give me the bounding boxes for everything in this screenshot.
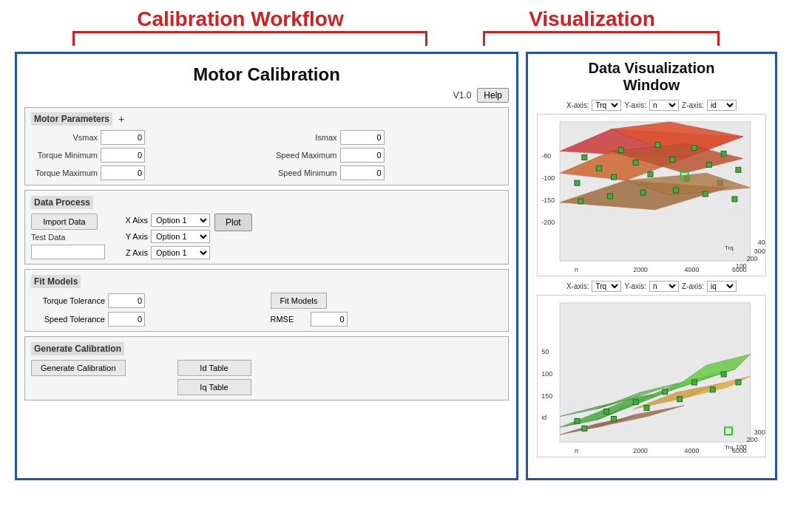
calibration-workflow-label: Calibration Workflow (137, 7, 344, 31)
rmse-row: RMSE (271, 312, 503, 327)
chart1-y-select[interactable]: n (649, 100, 679, 111)
torque-max-input[interactable] (101, 166, 145, 180)
left-panel: Motor Calibration V1.0 Help Motor Parame… (15, 52, 518, 480)
svg-rect-12 (633, 160, 638, 165)
chart1-axis-controls: X-axis: Trq Y-axis: n Z-axis: id (566, 100, 737, 111)
y-axis-select[interactable]: Option 1 (151, 230, 210, 243)
motor-params-grid: Vsmax Ismax Torque Minimum Speed Maximum (31, 130, 502, 180)
speed-tolerance-label: Speed Tolerance (31, 315, 105, 324)
panels-container: Motor Calibration V1.0 Help Motor Parame… (0, 52, 792, 480)
motor-params-label: Motor Parameters (31, 112, 112, 126)
svg-text:200: 200 (747, 255, 758, 262)
rmse-input[interactable] (311, 312, 348, 327)
speed-max-label: Speed Maximum (271, 151, 337, 160)
generate-calibration-button[interactable]: Generate Calibration (31, 360, 126, 376)
chart2-z-select[interactable]: iq (707, 281, 737, 292)
visualization-label: Visualization (529, 7, 655, 31)
vsmax-row: Vsmax (31, 130, 263, 145)
svg-rect-25 (640, 190, 646, 195)
chart2-x-label: X-axis: (566, 282, 589, 290)
svg-text:300: 300 (754, 248, 765, 255)
torque-tolerance-row: Torque Tolerance (31, 293, 263, 308)
plot-button[interactable]: Plot (214, 214, 252, 231)
svg-text:id: id (541, 414, 546, 421)
fit-models-button[interactable]: Fit Models (271, 293, 328, 309)
ismax-row: Ismax (271, 130, 503, 145)
svg-text:150: 150 (541, 392, 552, 400)
z-axis-select[interactable]: Option 1 (151, 246, 210, 259)
viz-title: Data Visualization Window (589, 60, 715, 94)
test-data-input[interactable] (31, 245, 105, 259)
speed-tolerance-input[interactable] (108, 312, 145, 327)
svg-rect-56 (633, 400, 638, 405)
vsmax-label: Vsmax (31, 133, 98, 142)
svg-rect-23 (578, 199, 583, 204)
svg-rect-54 (575, 418, 580, 423)
dp-right: X Aixs Option 1 Y Axis Option 1 (111, 214, 252, 259)
fit-models-grid: Torque Tolerance Fit Models Speed Tolera… (31, 293, 502, 327)
speed-tolerance-row: Speed Tolerance (31, 312, 263, 327)
svg-rect-10 (721, 151, 726, 157)
speed-min-input[interactable] (340, 166, 385, 180)
motor-params-plus-button[interactable]: + (118, 113, 124, 125)
motor-calibration-title: Motor Calibration (24, 61, 509, 85)
svg-text:100: 100 (736, 262, 747, 270)
svg-rect-14 (706, 162, 711, 167)
chart2-y-select[interactable]: n (649, 281, 679, 292)
svg-rect-24 (608, 194, 613, 199)
z-axis-label: Z Axis (118, 248, 148, 257)
iq-table-button[interactable]: Iq Table (177, 379, 251, 395)
chart1-x-select[interactable]: Trq (592, 100, 621, 111)
test-data-label: Test Data (31, 233, 83, 242)
test-input-row (31, 245, 105, 259)
braces-row (0, 31, 792, 46)
torque-min-input[interactable] (101, 148, 145, 163)
speed-max-input[interactable] (340, 148, 385, 163)
import-data-row: Import Data (31, 214, 105, 230)
svg-text:-200: -200 (541, 219, 555, 226)
import-data-button[interactable]: Import Data (31, 214, 98, 230)
generate-calibration-section: Generate Calibration Generate Calibratio… (24, 336, 509, 400)
svg-rect-61 (612, 417, 617, 422)
id-table-button[interactable]: Id Table (177, 360, 251, 376)
torque-tolerance-input[interactable] (108, 293, 145, 308)
svg-text:n: n (575, 447, 578, 454)
svg-rect-62 (644, 406, 649, 411)
motor-params-title-row: Motor Parameters + (31, 112, 502, 126)
ismax-input[interactable] (340, 130, 385, 145)
dp-left: Import Data Test Data (31, 214, 105, 259)
version-label: V1.0 (453, 90, 472, 100)
x-axis-select[interactable]: Option 1 (151, 214, 210, 227)
svg-text:-100: -100 (541, 174, 555, 182)
svg-rect-63 (677, 397, 683, 402)
version-help-row: V1.0 Help (24, 88, 509, 103)
svg-text:Trq: Trq (725, 444, 734, 451)
svg-rect-64 (710, 387, 715, 392)
svg-text:300: 300 (754, 429, 765, 436)
svg-rect-28 (732, 197, 737, 202)
chart1-x-label: X-axis: (566, 101, 589, 109)
svg-rect-17 (612, 174, 617, 180)
ismax-label: Ismax (271, 133, 337, 142)
svg-text:-150: -150 (541, 197, 555, 204)
vsmax-input[interactable] (101, 130, 145, 145)
svg-text:200: 200 (747, 436, 758, 443)
right-brace (483, 31, 720, 46)
svg-rect-9 (692, 146, 697, 151)
speed-min-label: Speed Minimum (271, 168, 337, 177)
svg-rect-55 (604, 409, 609, 415)
svg-rect-6 (582, 155, 587, 160)
torque-tolerance-label: Torque Tolerance (31, 296, 105, 305)
chart1-svg: n 2000 4000 6000 100 200 300 400 -80 -10… (538, 115, 765, 276)
svg-rect-13 (670, 157, 675, 162)
svg-text:n: n (575, 266, 578, 273)
help-button[interactable]: Help (477, 88, 509, 103)
chart1-z-select[interactable]: id (707, 100, 737, 111)
chart2-x-select[interactable]: Trq (592, 281, 621, 292)
chart2-z-label: Z-axis: (682, 282, 704, 290)
table-buttons: Id Table Iq Table (177, 360, 251, 395)
data-process-section: Data Process Import Data Test Data (24, 190, 509, 265)
svg-text:2000: 2000 (633, 447, 648, 454)
fit-models-btn-row: Fit Models (271, 293, 503, 309)
svg-rect-18 (648, 171, 653, 177)
